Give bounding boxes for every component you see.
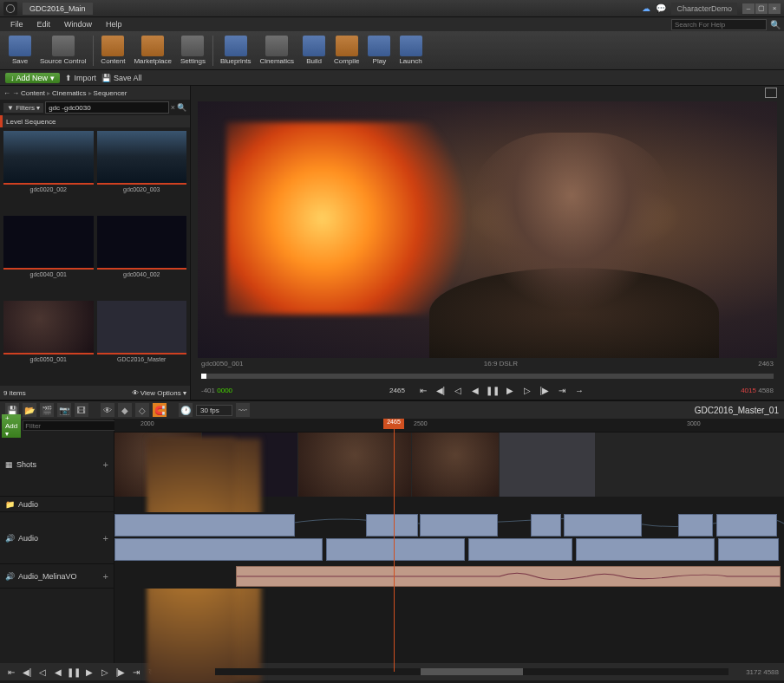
shots-track-header[interactable]: ▦Shots +: [0, 433, 114, 497]
minimize-button[interactable]: –: [742, 3, 755, 14]
clapper-icon[interactable]: 🎞: [75, 403, 88, 417]
audio-clip[interactable]: [114, 538, 323, 561]
compile-button[interactable]: Compile: [330, 34, 363, 67]
audio-clip[interactable]: [326, 538, 465, 561]
settings-button[interactable]: Settings: [177, 34, 209, 67]
viewport-scrubber[interactable]: [201, 374, 774, 379]
maximize-button[interactable]: ▢: [755, 3, 768, 14]
menu-edit[interactable]: Edit: [30, 20, 58, 29]
timeline-ruler[interactable]: 2465 2000 2500 3000: [114, 419, 784, 433]
window-tab-title[interactable]: GDC2016_Main: [23, 3, 93, 15]
audio-melina-track[interactable]: [114, 564, 784, 589]
asset-thumbnail[interactable]: GDC2016_Master: [97, 301, 187, 382]
audio-clip[interactable]: [716, 514, 777, 537]
add-audio-button[interactable]: +: [103, 533, 108, 543]
clear-search-icon[interactable]: ×: [171, 103, 175, 112]
clock-icon[interactable]: 🕐: [179, 403, 193, 417]
audio-clip[interactable]: [718, 538, 779, 561]
asset-thumbnail[interactable]: gdc0040_001: [3, 216, 94, 297]
build-button[interactable]: Build: [299, 34, 329, 67]
shot-clip[interactable]: [148, 439, 235, 497]
pause-icon[interactable]: ❚❚: [487, 384, 499, 396]
audio-clip[interactable]: [468, 538, 572, 561]
audio-clip[interactable]: [576, 538, 715, 561]
audio-melina-track-header[interactable]: 🔊Audio_MelinaVO +: [0, 564, 114, 589]
play-forward-icon[interactable]: ▶: [83, 666, 95, 678]
filters-button[interactable]: ▼ Filters ▾: [3, 103, 43, 113]
help-search-input[interactable]: [671, 19, 767, 30]
add-new-button[interactable]: ↓ Add New ▾: [5, 73, 60, 83]
asset-thumbnail[interactable]: gdc0040_002: [97, 216, 187, 297]
play-reverse-icon[interactable]: ◀: [469, 384, 481, 396]
menu-window[interactable]: Window: [57, 20, 99, 29]
fps-select[interactable]: 30 fps: [196, 405, 232, 416]
audio-clip[interactable]: [366, 514, 418, 537]
search-icon[interactable]: 🔍: [770, 20, 781, 29]
audio-track-header[interactable]: 🔊Audio +: [0, 512, 114, 564]
add-audio-button[interactable]: +: [103, 571, 108, 582]
close-button[interactable]: ×: [768, 3, 781, 14]
eye-icon[interactable]: 👁: [101, 403, 114, 417]
playhead[interactable]: 2465: [383, 419, 404, 429]
audio-clip[interactable]: [236, 566, 781, 587]
cloud-icon[interactable]: ☁: [642, 3, 650, 13]
prev-key-icon[interactable]: ◀|: [434, 384, 447, 396]
category-header[interactable]: Level Sequence: [0, 115, 190, 127]
breadcrumb-part[interactable]: Content: [21, 89, 45, 97]
timeline[interactable]: 2465 2000 2500 3000: [114, 419, 784, 663]
cinematics-button[interactable]: Cinematics: [256, 34, 297, 67]
goto-end-icon[interactable]: ⇥: [130, 666, 142, 678]
content-button[interactable]: Content: [97, 34, 128, 67]
add-shot-button[interactable]: +: [103, 459, 108, 470]
menu-help[interactable]: Help: [99, 20, 129, 29]
shots-track[interactable]: [114, 433, 784, 497]
pause-icon[interactable]: ❚❚: [68, 666, 80, 678]
find-icon[interactable]: 📂: [23, 403, 36, 417]
marketplace-button[interactable]: Marketplace: [130, 34, 175, 67]
audio-clip[interactable]: [564, 514, 642, 537]
chat-icon[interactable]: 💬: [656, 3, 666, 13]
launch-button[interactable]: Launch: [395, 34, 425, 67]
camera-icon[interactable]: 📷: [57, 403, 71, 417]
goto-start-icon[interactable]: ⇤: [417, 384, 429, 396]
menu-file[interactable]: File: [3, 20, 30, 29]
blueprints-button[interactable]: Blueprints: [217, 34, 255, 67]
prev-key-icon[interactable]: ◀|: [21, 666, 33, 678]
curve-icon[interactable]: 〰: [236, 403, 250, 417]
shot-clip[interactable]: [500, 433, 595, 497]
play-forward-icon[interactable]: ▶: [504, 384, 516, 396]
snap-icon[interactable]: 🧲: [153, 403, 167, 417]
asset-thumbnail[interactable]: gdc0020_002: [3, 131, 94, 212]
track-filter-input[interactable]: [23, 420, 119, 431]
content-search-input[interactable]: [45, 101, 169, 114]
source-control-button[interactable]: Source Control: [36, 34, 89, 67]
audio-folder-header[interactable]: 📁Audio: [0, 497, 114, 512]
audio-clip[interactable]: [678, 514, 713, 537]
cinematic-viewport[interactable]: [198, 101, 777, 358]
step-back-icon[interactable]: ◁: [452, 384, 464, 396]
save-button[interactable]: Save: [5, 34, 35, 67]
asset-thumbnail[interactable]: gdc0050_001: [3, 301, 94, 382]
asset-thumbnail[interactable]: gdc0020_003: [97, 131, 187, 212]
audio-clip[interactable]: [420, 514, 498, 537]
play-button[interactable]: Play: [364, 34, 394, 67]
viewport-layout-icon[interactable]: [765, 88, 777, 98]
render-icon[interactable]: 🎬: [40, 403, 54, 417]
breadcrumb-part[interactable]: Sequencer: [94, 89, 127, 97]
view-options-button[interactable]: 👁 View Options ▾: [132, 389, 186, 397]
step-fwd-icon[interactable]: ▷: [521, 384, 533, 396]
autokey-icon[interactable]: ◇: [135, 403, 149, 417]
step-fwd-icon[interactable]: ▷: [99, 666, 111, 678]
breadcrumb-part[interactable]: Cinematics: [52, 89, 87, 97]
audio-clip[interactable]: [114, 514, 295, 537]
goto-start-icon[interactable]: ⇤: [5, 666, 17, 678]
audio-track[interactable]: [114, 512, 784, 564]
step-back-icon[interactable]: ◁: [36, 666, 49, 678]
save-all-button[interactable]: 💾Save All: [101, 74, 142, 82]
search-icon[interactable]: 🔍: [177, 103, 186, 112]
goto-end-icon[interactable]: ⇥: [556, 384, 568, 396]
loop-icon[interactable]: →: [573, 384, 585, 396]
nav-back-icon[interactable]: ←: [3, 89, 10, 97]
shot-clip[interactable]: [412, 433, 499, 497]
play-reverse-icon[interactable]: ◀: [52, 666, 64, 678]
